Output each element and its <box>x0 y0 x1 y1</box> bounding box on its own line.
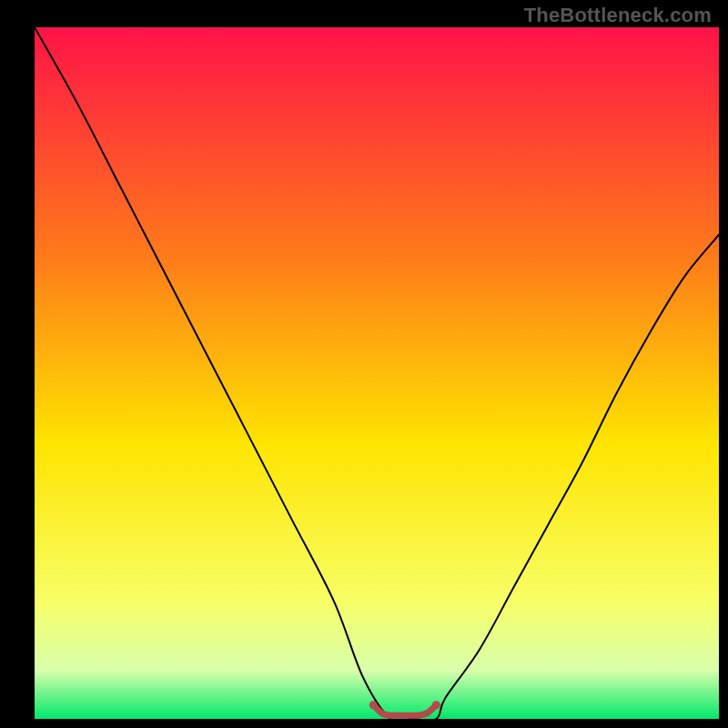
optimal-zone-left-dot <box>369 701 378 709</box>
watermark-label: TheBottleneck.com <box>524 4 712 27</box>
optimal-zone-right-dot <box>432 701 440 709</box>
chart-frame: TheBottleneck.com <box>0 0 728 728</box>
bottleneck-chart <box>0 0 728 728</box>
plot-background <box>35 27 719 719</box>
